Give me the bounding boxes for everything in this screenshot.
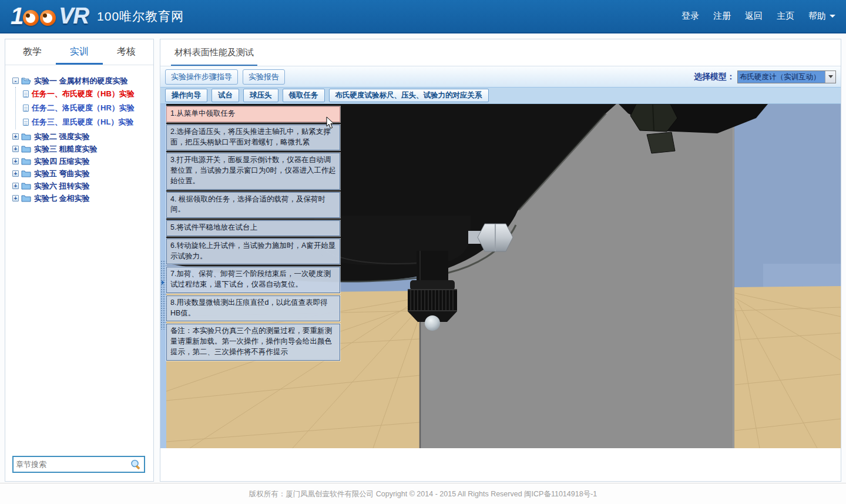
tree-node-exp2[interactable]: + 实验二 强度实验 xyxy=(12,130,151,143)
open-folder-icon xyxy=(21,77,31,85)
note-item: 备注：本实验只仿真三个点的测量过程，要重新测量请重新加载。第一次操作，操作向导会… xyxy=(166,324,340,360)
mouse-cursor-icon xyxy=(326,117,334,129)
tree-node-exp6[interactable]: + 实验六 扭转实验 xyxy=(12,180,151,192)
logo-eye-icon xyxy=(40,10,56,26)
step-item[interactable]: 4. 根据领取的任务，选择合适的载荷，及保荷时间。 xyxy=(166,192,340,219)
document-icon xyxy=(23,90,29,98)
page: 1 VR 100唯尔教育网 登录 注册 返回 主页 帮助 教学 实训 考核 - … xyxy=(0,0,846,504)
search-icon[interactable] xyxy=(130,459,142,471)
tree-task-hb[interactable]: 任务一、布氏硬度（HB）实验 xyxy=(23,87,151,101)
expand-icon[interactable]: + xyxy=(12,183,19,189)
model-select[interactable]: 布氏硬度计（实训互动） xyxy=(737,70,836,83)
expand-icon[interactable]: + xyxy=(12,195,19,201)
nav-login[interactable]: 登录 xyxy=(682,11,699,22)
tree-task-label[interactable]: 任务二、洛氏硬度（HR）实验 xyxy=(32,103,135,113)
distant-wall xyxy=(763,264,841,290)
tree-node-label[interactable]: 实验三 粗糙度实验 xyxy=(34,144,98,154)
tree-node-exp3[interactable]: + 实验三 粗糙度实验 xyxy=(12,143,151,155)
tree-task-label-active[interactable]: 任务一、布氏硬度（HB）实验 xyxy=(32,89,135,99)
step-item[interactable]: 5.将试件平稳地放在试台上 xyxy=(166,220,340,236)
tree-node-label[interactable]: 实验六 扭转实验 xyxy=(34,181,90,191)
tree-node-exp1[interactable]: - 实验一 金属材料的硬度实验 xyxy=(12,75,151,87)
step-item-active[interactable]: 1.从菜单中领取任务 xyxy=(166,106,340,122)
expand-icon[interactable]: + xyxy=(12,146,19,152)
select-dropdown-button[interactable] xyxy=(825,71,835,83)
model-select-label: 选择模型： xyxy=(694,72,735,82)
tree-task-hr[interactable]: 任务二、洛氏硬度（HR）实验 xyxy=(23,101,151,115)
splitter-grip xyxy=(160,260,166,330)
tab-operation-guide[interactable]: 操作向导 xyxy=(165,89,207,102)
tree-node-exp4[interactable]: + 实验四 压缩实验 xyxy=(12,155,151,167)
3d-viewport[interactable]: 1.从菜单中领取任务 2.选择合适压头，将压头推进主轴孔中，贴紧支撑面，把压头柄… xyxy=(160,104,841,448)
tab-teaching[interactable]: 教学 xyxy=(9,39,56,65)
page-title[interactable]: 材料表面性能及测试 xyxy=(171,39,257,66)
collapse-icon[interactable]: - xyxy=(12,78,19,84)
tree-children: 任务一、布氏硬度（HB）实验 任务二、洛氏硬度（HR）实验 任务三、里氏硬度（H… xyxy=(15,87,151,129)
tab-ball-indenter[interactable]: 球压头 xyxy=(243,89,278,102)
tree-task-hl[interactable]: 任务三、里氏硬度（HL）实验 xyxy=(23,115,151,129)
experiment-tree: - 实验一 金属材料的硬度实验 任务一、布氏硬度（HB）实验 任务二、洛氏硬度（… xyxy=(5,65,153,204)
toolbar: 实验操作步骤指导 实验报告 选择模型： 布氏硬度计（实训互动） xyxy=(160,66,841,88)
model-select-group: 选择模型： 布氏硬度计（实训互动） xyxy=(694,70,836,83)
tree-node-exp5[interactable]: + 实验五 弯曲实验 xyxy=(12,167,151,180)
expand-icon[interactable]: + xyxy=(12,158,19,164)
expand-icon[interactable]: + xyxy=(12,170,19,177)
top-header: 1 VR 100唯尔教育网 登录 注册 返回 主页 帮助 xyxy=(0,0,846,33)
footer: 版权所有：厦门凤凰创壹软件有限公司 Copyright © 2014 - 201… xyxy=(0,483,846,504)
step-item[interactable]: 7.加荷、保荷、卸荷三个阶段结束后，一次硬度测试过程结束，退下试台，仪器自动复位… xyxy=(166,267,340,293)
sidebar: 教学 实训 考核 - 实验一 金属材料的硬度实验 任务一、布氏硬度（HB）实验 … xyxy=(5,39,154,482)
tree-node-label[interactable]: 实验二 强度实验 xyxy=(34,132,90,142)
ball-indenter[interactable] xyxy=(425,315,440,331)
tab-hardness-scale-table[interactable]: 布氏硬度试验标尺、压头、试验力的对应关系 xyxy=(329,89,489,102)
tree-node-label[interactable]: 实验一 金属材料的硬度实验 xyxy=(34,76,128,86)
step-item[interactable]: 2.选择合适压头，将压头推进主轴孔中，贴紧支撑面，把压头柄缺口平面对着螺钉，略微… xyxy=(166,125,340,151)
folder-icon xyxy=(21,182,31,190)
operation-steps-panel: 1.从菜单中领取任务 2.选择合适压头，将压头推进主轴孔中，贴紧支撑面，把压头柄… xyxy=(166,106,340,363)
nav-home[interactable]: 主页 xyxy=(777,11,794,22)
tab-assessment[interactable]: 考核 xyxy=(103,39,150,65)
folder-icon xyxy=(21,157,31,165)
folder-icon xyxy=(21,145,31,153)
document-icon xyxy=(23,119,29,126)
sidebar-tabs: 教学 实训 考核 xyxy=(5,39,153,65)
tab-get-task[interactable]: 领取任务 xyxy=(283,89,325,102)
spindle-neck xyxy=(417,251,448,285)
search-input[interactable] xyxy=(16,460,130,469)
main-panel: 材料表面性能及测试 实验操作步骤指导 实验报告 选择模型： 布氏硬度计（实训互动… xyxy=(160,39,841,482)
nav-help-label: 帮助 xyxy=(808,11,826,22)
site-logo[interactable]: 1 VR xyxy=(11,3,89,29)
nav-back[interactable]: 返回 xyxy=(745,11,763,22)
steps-guide-button[interactable]: 实验操作步骤指导 xyxy=(165,69,238,85)
tree-node-label[interactable]: 实验四 压缩实验 xyxy=(34,156,90,167)
tree-node-label[interactable]: 实验七 金相实验 xyxy=(34,193,90,204)
step-item[interactable]: 3.打开电源开关，面板显示倒计数，仪器在自动调整位置，当试验力显示窗口为0时，仪… xyxy=(166,153,340,189)
logo-text-1: 1 xyxy=(11,3,22,29)
copyright-text: 版权所有：厦门凤凰创壹软件有限公司 Copyright © 2014 - 201… xyxy=(0,483,846,504)
splitter-arrow-icon xyxy=(162,280,164,285)
nav-register[interactable]: 注册 xyxy=(713,11,731,22)
hex-nut-small xyxy=(647,132,675,153)
chapter-search-box xyxy=(12,456,145,473)
folder-icon xyxy=(21,133,31,140)
tree-node-label[interactable]: 实验五 弯曲实验 xyxy=(34,169,90,179)
model-select-value: 布氏硬度计（实训互动） xyxy=(738,71,825,83)
report-button[interactable]: 实验报告 xyxy=(243,69,285,85)
expand-icon[interactable]: + xyxy=(12,133,19,140)
nav-help[interactable]: 帮助 xyxy=(808,11,835,22)
logo-text-vr: VR xyxy=(59,4,89,29)
panel-splitter[interactable] xyxy=(160,104,166,448)
step-item[interactable]: 6.转动旋轮上升试件，当试验力施加时，A窗开始显示试验力。 xyxy=(166,238,340,265)
site-title: 100唯尔教育网 xyxy=(97,8,184,25)
folder-icon xyxy=(21,170,31,177)
document-icon xyxy=(23,105,29,112)
step-item[interactable]: 8.用读数显微镜测出压痕直径d，以此值查表即得HB值。 xyxy=(166,295,340,322)
tree-task-label[interactable]: 任务三、里氏硬度（HL）实验 xyxy=(32,117,133,127)
chevron-down-icon xyxy=(830,15,835,18)
logo-eye-icon xyxy=(23,10,39,26)
folder-icon xyxy=(21,194,31,202)
viewer-tabstrip: 操作向导 试台 球压头 领取任务 布氏硬度试验标尺、压头、试验力的对应关系 xyxy=(160,88,841,104)
tab-test-stage[interactable]: 试台 xyxy=(212,89,239,102)
tab-training[interactable]: 实训 xyxy=(56,39,103,65)
chevron-down-icon xyxy=(828,75,833,78)
tree-node-exp7[interactable]: + 实验七 金相实验 xyxy=(12,192,151,204)
